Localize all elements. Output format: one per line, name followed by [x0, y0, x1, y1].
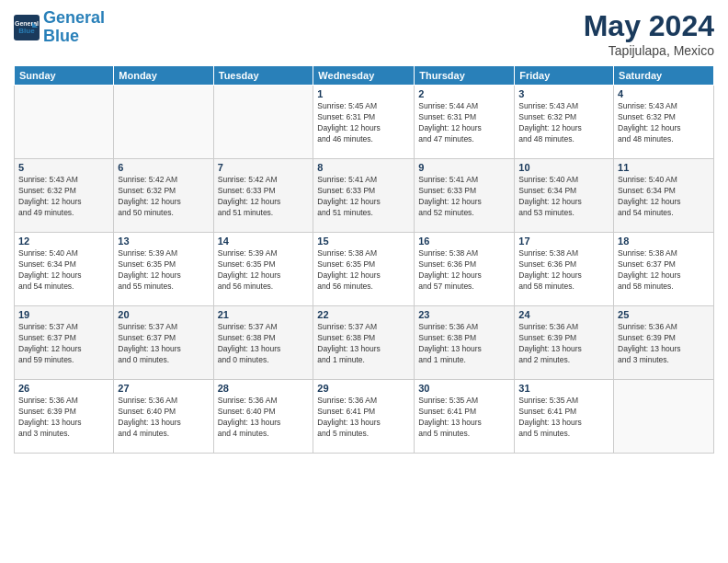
day-number: 9	[418, 162, 510, 173]
day-cell: 5Sunrise: 5:43 AM Sunset: 6:32 PM Daylig…	[15, 159, 114, 233]
day-number: 1	[317, 88, 410, 99]
day-cell: 25Sunrise: 5:36 AM Sunset: 6:39 PM Dayli…	[614, 306, 714, 380]
logo: General Blue General Blue	[14, 9, 105, 46]
day-cell: 11Sunrise: 5:40 AM Sunset: 6:34 PM Dayli…	[614, 159, 714, 233]
day-cell: 4Sunrise: 5:43 AM Sunset: 6:32 PM Daylig…	[614, 86, 714, 159]
day-cell: 7Sunrise: 5:42 AM Sunset: 6:33 PM Daylig…	[213, 159, 313, 233]
day-number: 25	[618, 309, 710, 320]
day-cell: 2Sunrise: 5:44 AM Sunset: 6:31 PM Daylig…	[415, 86, 515, 159]
week-row-2: 5Sunrise: 5:43 AM Sunset: 6:32 PM Daylig…	[15, 159, 714, 233]
header-row: Sunday Monday Tuesday Wednesday Thursday…	[15, 66, 714, 86]
day-info: Sunrise: 5:35 AM Sunset: 6:41 PM Dayligh…	[418, 396, 510, 440]
calendar-page: General Blue General Blue May 2024 Tapij…	[0, 0, 728, 563]
day-cell: 26Sunrise: 5:36 AM Sunset: 6:39 PM Dayli…	[15, 380, 114, 454]
day-cell: 14Sunrise: 5:39 AM Sunset: 6:35 PM Dayli…	[213, 233, 313, 306]
col-monday: Monday	[114, 66, 213, 86]
day-info: Sunrise: 5:38 AM Sunset: 6:36 PM Dayligh…	[418, 248, 510, 293]
week-row-3: 12Sunrise: 5:40 AM Sunset: 6:34 PM Dayli…	[15, 233, 714, 306]
day-number: 2	[418, 88, 510, 99]
day-number: 14	[218, 236, 310, 247]
day-info: Sunrise: 5:39 AM Sunset: 6:35 PM Dayligh…	[118, 248, 209, 293]
day-number: 5	[18, 162, 109, 173]
day-info: Sunrise: 5:42 AM Sunset: 6:33 PM Dayligh…	[218, 175, 310, 219]
header: General Blue General Blue May 2024 Tapij…	[14, 9, 714, 58]
day-cell	[614, 380, 714, 454]
day-info: Sunrise: 5:37 AM Sunset: 6:38 PM Dayligh…	[218, 322, 310, 366]
day-info: Sunrise: 5:37 AM Sunset: 6:37 PM Dayligh…	[118, 322, 209, 366]
day-info: Sunrise: 5:40 AM Sunset: 6:34 PM Dayligh…	[18, 248, 109, 293]
day-cell: 8Sunrise: 5:41 AM Sunset: 6:33 PM Daylig…	[313, 159, 415, 233]
day-cell: 15Sunrise: 5:38 AM Sunset: 6:35 PM Dayli…	[313, 233, 415, 306]
day-number: 27	[118, 383, 209, 394]
day-number: 16	[418, 236, 510, 247]
day-cell: 31Sunrise: 5:35 AM Sunset: 6:41 PM Dayli…	[515, 380, 614, 454]
day-number: 21	[218, 309, 310, 320]
day-cell: 20Sunrise: 5:37 AM Sunset: 6:37 PM Dayli…	[114, 306, 213, 380]
day-info: Sunrise: 5:43 AM Sunset: 6:32 PM Dayligh…	[18, 175, 109, 219]
day-number: 29	[317, 383, 410, 394]
day-cell: 9Sunrise: 5:41 AM Sunset: 6:33 PM Daylig…	[415, 159, 515, 233]
logo-icon: General Blue	[14, 15, 40, 40]
day-info: Sunrise: 5:41 AM Sunset: 6:33 PM Dayligh…	[317, 175, 410, 219]
day-info: Sunrise: 5:36 AM Sunset: 6:39 PM Dayligh…	[618, 322, 710, 366]
day-cell: 10Sunrise: 5:40 AM Sunset: 6:34 PM Dayli…	[515, 159, 614, 233]
day-info: Sunrise: 5:40 AM Sunset: 6:34 PM Dayligh…	[618, 175, 710, 219]
day-info: Sunrise: 5:40 AM Sunset: 6:34 PM Dayligh…	[518, 175, 609, 219]
day-cell: 30Sunrise: 5:35 AM Sunset: 6:41 PM Dayli…	[415, 380, 515, 454]
day-info: Sunrise: 5:43 AM Sunset: 6:32 PM Dayligh…	[518, 101, 609, 145]
day-info: Sunrise: 5:38 AM Sunset: 6:37 PM Dayligh…	[618, 248, 710, 293]
day-info: Sunrise: 5:35 AM Sunset: 6:41 PM Dayligh…	[518, 396, 609, 440]
day-number: 28	[218, 383, 310, 394]
day-cell: 18Sunrise: 5:38 AM Sunset: 6:37 PM Dayli…	[614, 233, 714, 306]
day-info: Sunrise: 5:36 AM Sunset: 6:39 PM Dayligh…	[518, 322, 609, 366]
day-number: 19	[18, 309, 109, 320]
day-number: 4	[618, 88, 710, 99]
day-info: Sunrise: 5:37 AM Sunset: 6:38 PM Dayligh…	[317, 322, 410, 366]
svg-text:Blue: Blue	[18, 27, 35, 35]
day-cell: 17Sunrise: 5:38 AM Sunset: 6:36 PM Dayli…	[515, 233, 614, 306]
day-info: Sunrise: 5:36 AM Sunset: 6:38 PM Dayligh…	[418, 322, 510, 366]
month-year-title: May 2024	[584, 9, 714, 43]
day-number: 24	[518, 309, 609, 320]
day-cell: 22Sunrise: 5:37 AM Sunset: 6:38 PM Dayli…	[313, 306, 415, 380]
day-number: 31	[518, 383, 609, 394]
day-number: 20	[118, 309, 209, 320]
day-cell: 12Sunrise: 5:40 AM Sunset: 6:34 PM Dayli…	[15, 233, 114, 306]
day-cell	[213, 86, 313, 159]
day-info: Sunrise: 5:39 AM Sunset: 6:35 PM Dayligh…	[218, 248, 310, 293]
logo-line1: General	[43, 8, 105, 27]
day-info: Sunrise: 5:38 AM Sunset: 6:35 PM Dayligh…	[317, 248, 410, 293]
day-number: 30	[418, 383, 510, 394]
day-info: Sunrise: 5:37 AM Sunset: 6:37 PM Dayligh…	[18, 322, 109, 366]
day-cell: 3Sunrise: 5:43 AM Sunset: 6:32 PM Daylig…	[515, 86, 614, 159]
col-friday: Friday	[515, 66, 614, 86]
col-tuesday: Tuesday	[213, 66, 313, 86]
day-number: 26	[18, 383, 109, 394]
day-cell	[15, 86, 114, 159]
week-row-5: 26Sunrise: 5:36 AM Sunset: 6:39 PM Dayli…	[15, 380, 714, 454]
day-number: 7	[218, 162, 310, 173]
day-number: 6	[118, 162, 209, 173]
day-number: 8	[317, 162, 410, 173]
day-info: Sunrise: 5:44 AM Sunset: 6:31 PM Dayligh…	[418, 101, 510, 145]
day-number: 12	[18, 236, 109, 247]
day-number: 11	[618, 162, 710, 173]
day-number: 23	[418, 309, 510, 320]
day-info: Sunrise: 5:45 AM Sunset: 6:31 PM Dayligh…	[317, 101, 410, 145]
day-cell: 19Sunrise: 5:37 AM Sunset: 6:37 PM Dayli…	[15, 306, 114, 380]
day-number: 13	[118, 236, 209, 247]
day-number: 17	[518, 236, 609, 247]
col-saturday: Saturday	[614, 66, 714, 86]
logo-text: General Blue	[43, 9, 105, 46]
day-info: Sunrise: 5:36 AM Sunset: 6:40 PM Dayligh…	[218, 396, 310, 440]
day-number: 15	[317, 236, 410, 247]
day-info: Sunrise: 5:36 AM Sunset: 6:41 PM Dayligh…	[317, 396, 410, 440]
day-info: Sunrise: 5:41 AM Sunset: 6:33 PM Dayligh…	[418, 175, 510, 219]
day-cell: 28Sunrise: 5:36 AM Sunset: 6:40 PM Dayli…	[213, 380, 313, 454]
day-cell: 29Sunrise: 5:36 AM Sunset: 6:41 PM Dayli…	[313, 380, 415, 454]
day-cell: 24Sunrise: 5:36 AM Sunset: 6:39 PM Dayli…	[515, 306, 614, 380]
day-number: 10	[518, 162, 609, 173]
week-row-1: 1Sunrise: 5:45 AM Sunset: 6:31 PM Daylig…	[15, 86, 714, 159]
day-cell	[114, 86, 213, 159]
day-cell: 13Sunrise: 5:39 AM Sunset: 6:35 PM Dayli…	[114, 233, 213, 306]
